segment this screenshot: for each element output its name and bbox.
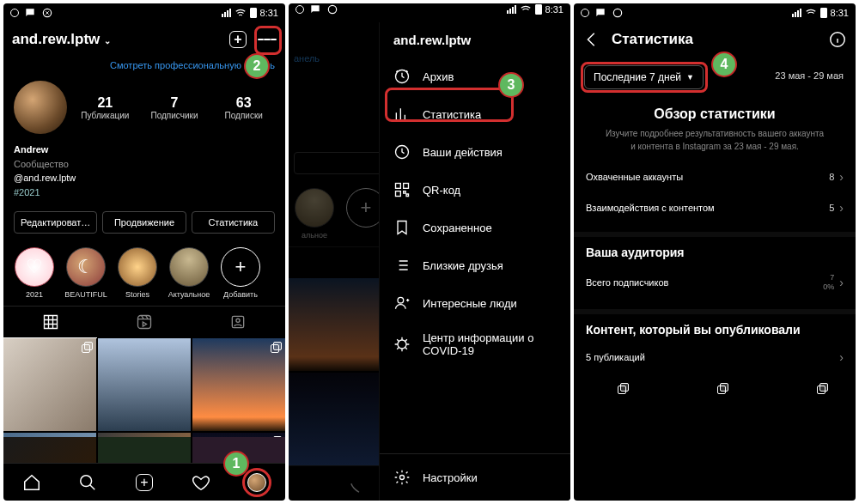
drawer-item-close-friends[interactable]: Близкие друзья bbox=[380, 246, 570, 284]
chevron-right-icon: › bbox=[839, 350, 844, 364]
highlight-item[interactable]: ☾BEAUTIFUL bbox=[64, 247, 108, 299]
info-button[interactable] bbox=[828, 30, 847, 49]
drawer-item-settings[interactable]: Настройки bbox=[390, 465, 560, 490]
wifi-icon bbox=[805, 7, 817, 19]
tab-reels[interactable] bbox=[97, 307, 191, 338]
chat-icon bbox=[24, 7, 36, 19]
display-name: Andrew bbox=[14, 143, 275, 157]
post-thumb[interactable] bbox=[785, 380, 832, 426]
drawer-item-insights[interactable]: Статистика bbox=[380, 95, 570, 133]
promote-button[interactable]: Продвижение bbox=[102, 211, 186, 234]
svg-rect-1 bbox=[137, 316, 150, 329]
drawer-label: Архив bbox=[423, 70, 454, 83]
posts-count[interactable]: 21 Публикации bbox=[74, 95, 137, 120]
svg-point-15 bbox=[613, 9, 621, 16]
insights-body: 23 мая - 29 мая Последние 7 дней ▼ 4 Обз… bbox=[574, 57, 856, 501]
drawer-username: and.rew.lptw bbox=[380, 22, 570, 58]
status-bar: 8:31 bbox=[3, 3, 285, 22]
svg-rect-9 bbox=[395, 184, 400, 189]
row-value: 7 0% bbox=[823, 273, 834, 292]
chat-icon bbox=[594, 7, 606, 19]
post-thumb[interactable] bbox=[685, 380, 732, 426]
chevron-right-icon: › bbox=[839, 170, 844, 184]
post-thumb[interactable] bbox=[3, 437, 96, 463]
edit-profile-button[interactable]: Редактироват… bbox=[14, 211, 97, 234]
archive-icon bbox=[393, 67, 411, 86]
post-thumb[interactable] bbox=[636, 380, 682, 426]
tab-tagged[interactable] bbox=[192, 307, 285, 338]
overview-section: Обзор статистики Изучите подробнее резул… bbox=[574, 98, 856, 232]
drawer-item-discover[interactable]: Интересные люди bbox=[380, 284, 570, 322]
shazam-icon bbox=[41, 7, 53, 19]
post-thumb[interactable] bbox=[735, 380, 782, 426]
step-badge-1: 1 bbox=[223, 451, 249, 477]
svg-point-5 bbox=[328, 5, 336, 13]
nav-create[interactable]: + bbox=[135, 473, 154, 492]
drawer-label: Близкие друзья bbox=[423, 259, 503, 272]
notif-dot-icon bbox=[295, 5, 304, 14]
signal-icon bbox=[792, 9, 801, 17]
tab-grid[interactable] bbox=[3, 307, 97, 338]
username-dropdown[interactable]: and.rew.lptw ⌄ bbox=[12, 31, 111, 48]
nav-home[interactable] bbox=[22, 473, 41, 492]
nav-activity[interactable] bbox=[192, 473, 210, 492]
insights-header: Статистика bbox=[574, 22, 856, 57]
covid-icon bbox=[393, 335, 411, 354]
drawer-item-qr[interactable]: QR-код bbox=[380, 171, 570, 209]
post-thumb[interactable] bbox=[98, 437, 191, 463]
highlight-item[interactable]: ♡2021 bbox=[12, 247, 57, 299]
drawer-item-saved[interactable]: Сохраненное bbox=[380, 209, 570, 246]
drawer-label: Настройки bbox=[423, 471, 478, 484]
row-label: Взаимодействия с контентом bbox=[586, 203, 715, 213]
followers-count[interactable]: 7 Подписчики bbox=[143, 95, 206, 120]
drawer-label: QR-код bbox=[423, 184, 460, 197]
shazam-icon bbox=[326, 3, 338, 15]
drawer-item-activity[interactable]: Ваши действия bbox=[380, 133, 570, 171]
pro-panel-link[interactable]: Смотреть профессиональную панель bbox=[3, 57, 285, 77]
drawer-item-covid[interactable]: Центр информации о COVID-19 bbox=[380, 322, 570, 367]
stats-row: 21 Публикации 7 Подписчики 63 Подписки bbox=[3, 77, 285, 137]
highlight-add[interactable]: +Добавить bbox=[218, 247, 263, 299]
bookmark-icon bbox=[393, 218, 411, 237]
battery-icon bbox=[820, 8, 827, 18]
signal-icon bbox=[222, 9, 231, 17]
row-content-interactions[interactable]: Взаимодействия с контентом 5 › bbox=[586, 192, 844, 223]
drawer-label: Ваши действия bbox=[423, 146, 503, 159]
post-thumb[interactable] bbox=[192, 338, 285, 431]
page-title: Статистика bbox=[612, 31, 693, 48]
multi-icon bbox=[816, 383, 828, 395]
svg-point-3 bbox=[236, 319, 240, 322]
posts-grid bbox=[3, 338, 285, 437]
nav-search[interactable] bbox=[78, 473, 97, 492]
multi-icon bbox=[716, 383, 728, 395]
phone-screen-3: 8:31 Статистика 23 мая - 29 мая Последни… bbox=[574, 3, 856, 501]
highlight-item[interactable]: Актуальное bbox=[167, 247, 211, 299]
status-bar: 8:31 bbox=[574, 3, 856, 22]
activity-icon bbox=[393, 143, 411, 161]
row-reached-accounts[interactable]: Охваченные аккаунты 8 › bbox=[586, 161, 844, 192]
drawer-label: Интересные люди bbox=[423, 297, 517, 310]
stats-button[interactable]: Статистика bbox=[192, 211, 275, 234]
multi-icon bbox=[617, 383, 629, 395]
row-total-followers[interactable]: Всего подписчиков 7 0% › bbox=[586, 264, 844, 301]
row-publications[interactable]: 5 публикаций › bbox=[586, 342, 844, 373]
post-thumb[interactable] bbox=[3, 338, 96, 431]
profile-actions: Редактироват… Продвижение Статистика bbox=[3, 204, 285, 240]
period-selector[interactable]: Последние 7 дней ▼ bbox=[584, 65, 704, 89]
profile-avatar[interactable] bbox=[14, 81, 67, 134]
create-button[interactable]: + bbox=[228, 30, 247, 49]
highlight-item[interactable]: Stories bbox=[115, 247, 160, 299]
post-thumb[interactable] bbox=[98, 338, 191, 431]
gear-icon bbox=[393, 468, 411, 487]
back-button[interactable] bbox=[582, 30, 601, 49]
wifi-icon bbox=[520, 3, 532, 15]
post-thumb[interactable] bbox=[586, 380, 632, 426]
profile-tabs bbox=[3, 306, 285, 338]
menu-button[interactable] bbox=[258, 30, 277, 49]
add-person-icon bbox=[393, 294, 411, 313]
drawer-label: Сохраненное bbox=[423, 222, 492, 234]
drawer-item-archive[interactable]: Архив bbox=[380, 58, 570, 95]
status-bar: 8:31 bbox=[289, 3, 570, 15]
following-count[interactable]: 63 Подписки bbox=[212, 95, 275, 120]
nav-profile[interactable] bbox=[247, 473, 266, 492]
